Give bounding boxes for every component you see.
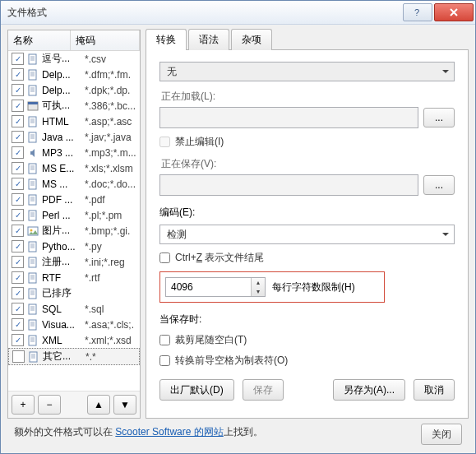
row-name: Delp...	[42, 85, 85, 96]
list-item[interactable]: MS ...*.doc;*.do...	[8, 176, 140, 192]
header-mask[interactable]: 掩码	[71, 30, 140, 50]
list-item[interactable]: 其它...*.*	[8, 348, 140, 365]
list-item[interactable]: 可执...*.386;*.bc...	[8, 98, 140, 114]
row-checkbox[interactable]	[12, 146, 24, 159]
list-item[interactable]: 图片...*.bmp;*.gi.	[8, 223, 140, 239]
list-item[interactable]: HTML*.asp;*.asc	[8, 114, 140, 129]
row-checkbox[interactable]	[12, 334, 24, 346]
row-checkbox[interactable]	[12, 209, 24, 221]
list-item[interactable]: SQL*.sql	[8, 301, 140, 317]
svg-point-13	[30, 229, 33, 231]
loading-input[interactable]	[159, 107, 418, 128]
svg-rect-3	[29, 86, 36, 95]
audio-icon	[26, 147, 39, 159]
tab-syntax[interactable]: 语法	[188, 29, 229, 50]
list-item[interactable]: Delp...*.dfm;*.fm.	[8, 67, 140, 82]
help-button[interactable]: ?	[403, 3, 432, 21]
save-button[interactable]: 保存	[243, 379, 284, 401]
disable-edit-label: 禁止编辑(I)	[175, 135, 224, 149]
window-close-button[interactable]	[434, 3, 474, 21]
row-checkbox[interactable]	[12, 84, 24, 96]
svg-rect-17	[29, 289, 36, 299]
saving-browse-button[interactable]: ...	[423, 175, 455, 195]
row-checkbox[interactable]	[12, 318, 24, 331]
tabs-checkbox[interactable]: 转换前导空格为制表符(O)	[159, 354, 455, 368]
svg-rect-19	[29, 320, 36, 330]
file-icon	[26, 319, 39, 331]
ctrlz-label: Ctrl+Z 表示文件结尾	[175, 251, 264, 265]
format-list[interactable]: 逗号...*.csvDelp...*.dfm;*.fm.Delp...*.dpk…	[8, 51, 140, 391]
header-name[interactable]: 名称	[8, 30, 71, 50]
move-up-button[interactable]: ▲	[87, 395, 110, 415]
row-name: 注册...	[42, 255, 85, 269]
list-item[interactable]: PDF ...*.pdf	[8, 192, 140, 207]
row-name: Pytho...	[42, 241, 85, 252]
list-item[interactable]: RTF*.rtf	[8, 270, 140, 285]
add-button[interactable]: +	[12, 395, 35, 415]
factory-defaults-button[interactable]: 出厂默认(D)	[159, 379, 234, 401]
row-checkbox[interactable]	[12, 350, 25, 363]
disable-edit-checkbox[interactable]: 禁止编辑(I)	[159, 135, 455, 149]
row-checkbox[interactable]	[12, 162, 24, 174]
row-checkbox[interactable]	[12, 53, 24, 65]
row-checkbox[interactable]	[12, 115, 24, 127]
list-item[interactable]: XML*.xml;*.xsd	[8, 332, 140, 348]
file-icon	[26, 116, 39, 127]
row-checkbox[interactable]	[12, 256, 24, 268]
svg-rect-7	[29, 132, 36, 142]
saving-label: 正在保存(V):	[161, 157, 455, 171]
footer-link[interactable]: Scooter Software 的网站	[115, 426, 223, 438]
row-checkbox[interactable]	[12, 225, 24, 237]
row-checkbox[interactable]	[12, 271, 24, 284]
list-item[interactable]: 逗号...*.csv	[8, 51, 140, 67]
row-name: XML	[42, 335, 85, 346]
list-item[interactable]: Visua...*.asa;*.cls;.	[8, 317, 140, 332]
row-checkbox[interactable]	[12, 178, 24, 190]
row-checkbox[interactable]	[12, 131, 24, 143]
cancel-button[interactable]: 取消	[414, 379, 455, 401]
encoding-dropdown[interactable]: 检测	[159, 225, 455, 244]
svg-rect-9	[29, 179, 36, 189]
charlimit-spinner[interactable]: ▴▾	[165, 277, 266, 297]
row-name: 可执...	[42, 99, 85, 113]
tab-misc[interactable]: 杂项	[231, 29, 272, 50]
saving-input[interactable]	[159, 174, 418, 196]
save-as-button[interactable]: 另存为(A)...	[333, 379, 405, 401]
list-item[interactable]: Delp...*.dpk;*.dp.	[8, 82, 140, 98]
conversion-dropdown[interactable]: 无	[159, 62, 455, 81]
close-button[interactable]: 关闭	[421, 424, 462, 445]
loading-browse-button[interactable]: ...	[423, 108, 455, 127]
list-item[interactable]: Perl ...*.pl;*.pm	[8, 207, 140, 223]
row-checkbox[interactable]	[12, 287, 24, 299]
svg-rect-16	[29, 273, 36, 283]
row-name: PDF ...	[42, 194, 85, 206]
list-item[interactable]: MS E...*.xls;*.xlsm	[8, 160, 140, 176]
row-checkbox[interactable]	[12, 193, 24, 206]
list-header: 名称 掩码	[8, 30, 140, 51]
list-item[interactable]: 已排序	[8, 285, 140, 301]
list-footer: + − ▲ ▼	[8, 391, 140, 418]
row-checkbox[interactable]	[12, 303, 24, 315]
tabs-input[interactable]	[159, 355, 170, 366]
svg-rect-11	[29, 211, 36, 220]
row-checkbox[interactable]	[12, 100, 24, 112]
row-checkbox[interactable]	[12, 240, 24, 252]
row-checkbox[interactable]	[12, 68, 24, 81]
trim-input[interactable]	[159, 335, 170, 345]
trim-checkbox[interactable]: 裁剪尾随空白(T)	[159, 333, 455, 347]
move-down-button[interactable]: ▼	[113, 395, 136, 415]
list-item[interactable]: Pytho...*.py	[8, 239, 140, 254]
disable-edit-input[interactable]	[159, 137, 170, 147]
list-item[interactable]: MP3 ...*.mp3;*.m...	[8, 145, 140, 160]
list-item[interactable]: 注册...*.ini;*.reg	[8, 254, 140, 270]
list-item[interactable]: Java ...*.jav;*.java	[8, 129, 140, 145]
row-mask: *.dpk;*.dp.	[85, 85, 138, 96]
ctrlz-checkbox[interactable]: Ctrl+Z 表示文件结尾	[159, 251, 455, 265]
charlimit-input[interactable]	[166, 278, 251, 296]
remove-button[interactable]: −	[38, 395, 61, 415]
ctrlz-input[interactable]	[159, 252, 170, 263]
tab-convert[interactable]: 转换	[146, 29, 187, 50]
row-mask: *.386;*.bc...	[85, 100, 138, 112]
spinner-arrows[interactable]: ▴▾	[251, 278, 265, 296]
row-name: 已排序	[42, 286, 85, 300]
